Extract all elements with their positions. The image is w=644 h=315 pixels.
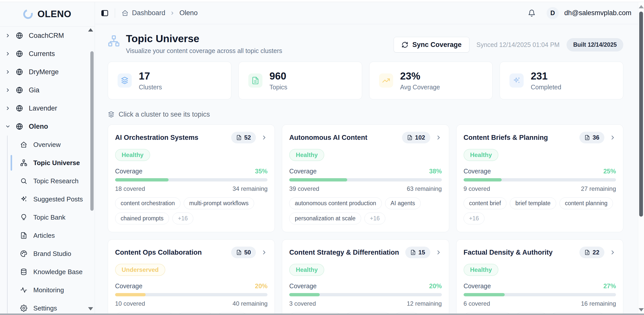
remaining-count: 34 remaining <box>233 185 268 192</box>
coverage-bar-fill <box>115 178 169 181</box>
chevron-right-icon[interactable] <box>609 249 616 256</box>
refresh-icon <box>401 41 408 48</box>
workspace-label: CoachCRM <box>29 32 64 40</box>
stat-card-topics: 960 Topics <box>238 62 362 99</box>
covered-count: 9 covered <box>464 185 490 192</box>
cluster-card[interactable]: Factual Density & Authority 22 Healthy C… <box>456 239 623 313</box>
sidebar-item-brand-studio[interactable]: Brand Studio <box>8 245 95 263</box>
sidebar-scroll-up-arrow[interactable] <box>88 28 93 32</box>
more-tags-badge: +16 <box>172 213 193 224</box>
avatar[interactable]: D <box>547 7 559 19</box>
sidebar-item-knowledge-base[interactable]: Knowledge Base <box>8 263 95 281</box>
workspace-label: Currents <box>29 50 55 58</box>
cluster-card[interactable]: Autonomous AI Content 102 Healthy Covera… <box>282 124 449 232</box>
lightbulb-icon <box>20 214 27 221</box>
topbar: Dashboard Oleno D dh@salesmvplab.com <box>95 2 638 24</box>
scroll-down-arrow[interactable] <box>639 308 644 311</box>
remaining-count: 27 remaining <box>581 185 616 192</box>
tag: chained prompts <box>115 213 169 224</box>
page-header: Topic Universe Visualize your content co… <box>108 33 623 55</box>
page-scrollbar[interactable] <box>638 2 644 313</box>
sparkles-icon <box>20 196 27 203</box>
sidebar-item-topic-universe[interactable]: Topic Universe <box>8 154 95 172</box>
globe-icon <box>16 68 23 76</box>
tag: multi-prompt workflows <box>184 197 254 209</box>
home-icon[interactable] <box>122 10 128 16</box>
doc-count-badge: 102 <box>402 132 430 143</box>
scroll-up-arrow[interactable] <box>639 5 644 8</box>
chevron-right-icon[interactable] <box>261 249 267 256</box>
sidebar-item-lavender[interactable]: Lavender <box>0 99 95 117</box>
stat-value: 23% <box>400 70 440 82</box>
cluster-card[interactable]: Content Briefs & Planning 36 Healthy Cov… <box>456 124 623 232</box>
doc-count: 102 <box>415 134 425 141</box>
tag: AI agents <box>385 197 421 209</box>
coverage-label: Coverage <box>289 282 316 290</box>
doc-count-badge: 50 <box>231 247 256 258</box>
page-scrollbar-thumb[interactable] <box>639 12 643 217</box>
sidebar-item-monitoring[interactable]: Monitoring <box>8 281 95 299</box>
sidebar-item-overview[interactable]: Overview <box>8 136 95 154</box>
chevron-down-icon <box>5 124 11 129</box>
sidebar-item-oleno[interactable]: Oleno <box>0 117 95 136</box>
cluster-card[interactable]: Content Ops Collaboration 50 Underserved… <box>108 239 275 313</box>
coverage-percent: 35% <box>255 168 267 175</box>
stat-value: 231 <box>531 70 561 82</box>
sidebar-item-settings[interactable]: Settings <box>8 299 95 313</box>
covered-count: 10 covered <box>115 300 145 307</box>
sidebar-item-label: Suggested Posts <box>33 195 83 203</box>
coverage-bar <box>289 293 442 296</box>
chevron-right-icon[interactable] <box>609 134 616 141</box>
chevron-right-icon[interactable] <box>435 249 442 256</box>
logo-ring-icon <box>22 8 35 20</box>
sidebar-item-currents[interactable]: Currents <box>0 45 95 63</box>
cluster-name: Autonomous AI Content <box>289 134 367 142</box>
sidebar-item-gia[interactable]: Gia <box>0 81 95 99</box>
chevron-right-icon <box>5 33 11 38</box>
tag: content orchestration <box>115 197 180 209</box>
doc-count-badge: 15 <box>405 247 430 258</box>
trending-up-icon <box>379 73 393 88</box>
sidebar-item-label: Articles <box>33 232 55 240</box>
coverage-bar <box>289 178 442 181</box>
globe-icon <box>16 123 23 130</box>
coverage-bar-fill <box>464 293 505 296</box>
cluster-name: Content Strategy & Differentiation <box>289 249 399 256</box>
breadcrumb-dashboard[interactable]: Dashboard <box>132 9 165 17</box>
stat-label: Completed <box>531 84 561 91</box>
sidebar-item-coachcrm[interactable]: CoachCRM <box>0 27 95 45</box>
layers-icon <box>108 111 115 118</box>
coverage-bar-fill <box>464 178 502 181</box>
workspace-label: Oleno <box>29 123 48 130</box>
sidebar-scrollbar-thumb[interactable] <box>90 51 94 211</box>
chevron-right-icon[interactable] <box>261 134 267 141</box>
remaining-count: 40 remaining <box>233 300 268 307</box>
window-bottom-edge <box>0 313 644 315</box>
sidebar-item-suggested-posts[interactable]: Suggested Posts <box>8 190 95 208</box>
cluster-grid: AI Orchestration Systems 52 Healthy Cove… <box>108 124 623 313</box>
sync-coverage-button[interactable]: Sync Coverage <box>394 37 469 52</box>
tag: autonomous content production <box>289 197 382 209</box>
sidebar-toggle-button[interactable] <box>101 9 109 17</box>
status-badge: Healthy <box>464 149 499 161</box>
sidebar-item-articles[interactable]: Articles <box>8 226 95 245</box>
tag-list: content orchestration multi-prompt workf… <box>115 197 267 224</box>
network-icon <box>20 159 27 166</box>
user-email[interactable]: dh@salesmvplab.com <box>564 9 631 17</box>
main-area: Dashboard Oleno D dh@salesmvplab.com Top… <box>95 2 638 313</box>
doc-count: 36 <box>593 134 599 141</box>
sidebar-item-topic-bank[interactable]: Topic Bank <box>8 208 95 226</box>
bell-icon[interactable] <box>528 9 535 17</box>
sidebar: OLENO CoachCRM Currents DryMerge Gia Lav… <box>0 2 95 313</box>
oleno-submenu: Overview Topic Universe Topic Research S… <box>7 136 95 313</box>
sidebar-item-topic-research[interactable]: Topic Research <box>8 172 95 190</box>
chevron-right-icon[interactable] <box>435 134 442 141</box>
cluster-card[interactable]: Content Strategy & Differentiation 15 He… <box>282 239 449 313</box>
doc-count-badge: 52 <box>231 132 256 143</box>
more-tags-badge: +16 <box>464 213 485 224</box>
cluster-card[interactable]: AI Orchestration Systems 52 Healthy Cove… <box>108 124 275 232</box>
sidebar-item-drymerge[interactable]: DryMerge <box>0 63 95 81</box>
doc-count: 22 <box>593 249 599 256</box>
coverage-label: Coverage <box>464 168 491 175</box>
sidebar-scroll-down-arrow[interactable] <box>88 307 93 310</box>
